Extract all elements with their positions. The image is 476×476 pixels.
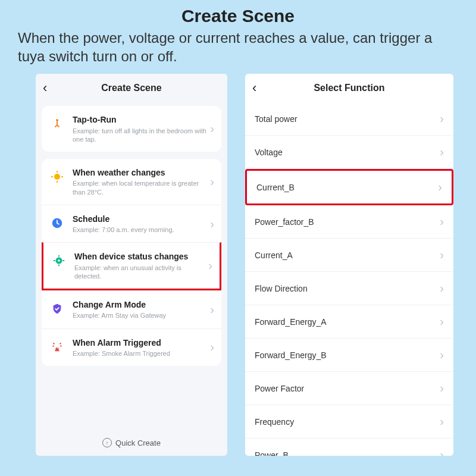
scene-option-desc: Example: 7:00 a.m. every morning. — [73, 226, 210, 234]
chevron-right-icon: › — [210, 217, 214, 231]
function-label: Power_B — [255, 450, 440, 456]
scene-option-group: When weather changes Example: when local… — [42, 159, 221, 366]
function-item[interactable]: Forward_Energy_A› — [245, 305, 453, 339]
phones-container: ‹ Create Scene Tap-to-Run Example: turn … — [0, 65, 476, 456]
function-item[interactable]: Frequency› — [245, 405, 453, 439]
chevron-right-icon: › — [438, 180, 442, 194]
function-item[interactable]: Forward_Energy_B› — [245, 339, 453, 372]
scene-option-desc: Example: when local temperature is great… — [73, 179, 210, 196]
svg-line-15 — [54, 343, 55, 344]
svg-point-1 — [54, 174, 60, 180]
scene-option-desc: Example: Arm Stay via Gateway — [73, 311, 210, 320]
chevron-right-icon: › — [440, 315, 444, 328]
quick-create-label: Quick Create — [115, 439, 161, 447]
function-item[interactable]: Power_factor_B› — [245, 205, 453, 239]
svg-line-13 — [53, 346, 54, 346]
scene-option-title: Schedule — [73, 214, 210, 224]
scene-option-alarm[interactable]: When Alarm Triggered Example: Smoke Alar… — [42, 328, 221, 366]
alarm-icon — [49, 339, 65, 355]
chevron-right-icon: › — [440, 112, 444, 126]
chevron-right-icon: › — [440, 448, 444, 456]
function-item[interactable]: Total power› — [245, 102, 453, 136]
schedule-icon — [49, 215, 65, 231]
chevron-right-icon: › — [440, 381, 444, 395]
scene-option-weather[interactable]: When weather changes Example: when local… — [42, 159, 221, 205]
scene-option-tap-to-run[interactable]: Tap-to-Run Example: turn off all lights … — [42, 106, 221, 152]
page-root: Create Scene When the power, voltage or … — [0, 0, 476, 476]
function-item[interactable]: Voltage› — [245, 136, 453, 169]
svg-line-16 — [60, 343, 61, 344]
scene-option-title: When Alarm Triggered — [73, 337, 210, 348]
scene-option-title: When device status changes — [74, 251, 208, 262]
chevron-right-icon: › — [440, 145, 444, 159]
page-subtitle: When the power, voltage or current reach… — [0, 26, 476, 65]
chevron-right-icon: › — [440, 248, 444, 262]
function-item[interactable]: Current_B› — [245, 169, 453, 205]
chevron-right-icon: › — [210, 303, 214, 317]
scene-option-title: Tap-to-Run — [73, 114, 210, 125]
function-label: Current_A — [255, 250, 440, 260]
function-label: Forward_Energy_A — [255, 317, 440, 327]
scene-option-title: When weather changes — [73, 167, 210, 178]
function-label: Current_B — [256, 183, 438, 192]
scene-option-title: Change Arm Mode — [73, 299, 210, 310]
arm-icon — [49, 300, 65, 317]
select-function-header: ‹ Select Function — [245, 74, 453, 102]
function-item[interactable]: Current_A› — [245, 239, 453, 272]
create-scene-panel: ‹ Create Scene Tap-to-Run Example: turn … — [36, 74, 227, 456]
chevron-right-icon: › — [440, 415, 444, 428]
function-label: Power_factor_B — [255, 217, 440, 227]
function-list: Total power›Voltage›Current_B›Power_fact… — [245, 102, 453, 456]
function-label: Power Factor — [255, 384, 440, 393]
chevron-right-icon: › — [208, 259, 212, 273]
scene-option-desc: Example: Smoke Alarm Triggered — [73, 349, 210, 358]
quick-create-button[interactable]: ↑ Quick Create — [36, 430, 227, 456]
chevron-right-icon: › — [440, 281, 444, 295]
scene-option-schedule[interactable]: Schedule Example: 7:00 a.m. every mornin… — [42, 205, 221, 242]
function-item[interactable]: Power_B› — [245, 439, 453, 456]
select-function-panel: ‹ Select Function Total power›Voltage›Cu… — [245, 74, 453, 456]
arrow-up-icon: ↑ — [102, 438, 112, 447]
chevron-right-icon: › — [440, 348, 444, 362]
scene-option-device-status[interactable]: When device status changes Example: when… — [42, 242, 221, 290]
svg-line-14 — [61, 346, 62, 346]
create-scene-header: ‹ Create Scene — [36, 74, 227, 102]
function-label: Forward_Energy_B — [255, 350, 440, 360]
chevron-right-icon: › — [440, 215, 444, 228]
scene-option-arm-mode[interactable]: Change Arm Mode Example: Arm Stay via Ga… — [42, 290, 221, 328]
function-label: Total power — [255, 114, 440, 124]
select-function-header-title: Select Function — [252, 83, 446, 93]
function-label: Flow Direction — [255, 284, 440, 293]
function-item[interactable]: Power Factor› — [245, 372, 453, 405]
create-scene-content: Tap-to-Run Example: turn off all lights … — [36, 102, 227, 430]
function-label: Voltage — [255, 148, 440, 157]
page-title: Create Scene — [0, 0, 476, 26]
scene-option-desc: Example: when an unusual activity is det… — [74, 264, 208, 281]
device-icon — [51, 252, 67, 269]
function-label: Frequency — [255, 417, 440, 427]
chevron-right-icon: › — [210, 122, 214, 136]
create-scene-header-title: Create Scene — [43, 83, 220, 93]
function-item[interactable]: Flow Direction› — [245, 272, 453, 305]
weather-icon — [49, 168, 65, 185]
svg-point-8 — [58, 260, 60, 262]
scene-option-desc: Example: turn off all lights in the bedr… — [73, 127, 210, 144]
tap-icon — [49, 115, 65, 132]
chevron-right-icon: › — [210, 175, 214, 189]
chevron-right-icon: › — [210, 340, 214, 354]
